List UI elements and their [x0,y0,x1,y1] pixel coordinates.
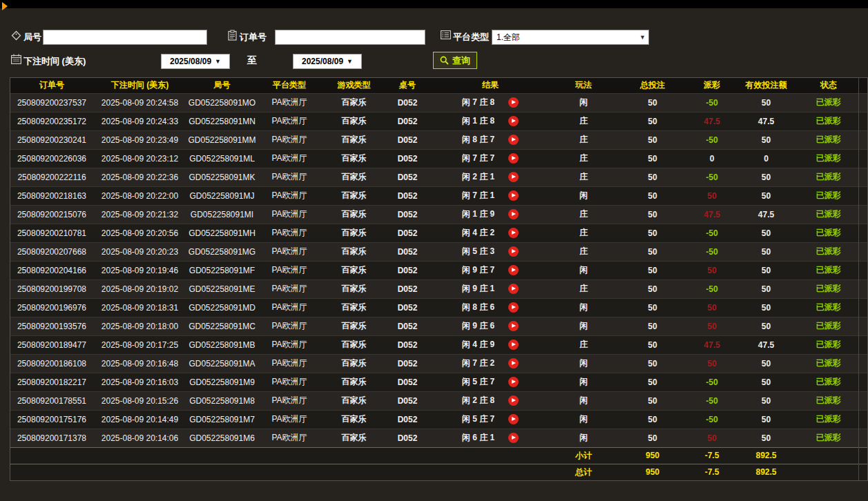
play-video-button[interactable] [508,228,519,238]
cell-clipped [858,186,868,205]
play-video-button[interactable] [508,395,519,406]
play-video-button[interactable] [508,302,519,313]
grand-total-row: 总计950-7.5892.5 [10,464,868,480]
chevron-down-icon: ▼ [347,58,353,65]
cell-status: 已派彩 [799,373,858,391]
play-video-button[interactable] [508,284,519,294]
cell-result: 闲 8 庄 7 [428,130,552,149]
play-video-button[interactable] [508,116,519,126]
cell-result: 闲 1 庄 9 [428,205,552,224]
result-text: 闲 1 庄 8 [462,115,494,127]
result-text: 闲 7 庄 8 [462,97,494,108]
cell-status: 已派彩 [799,335,858,354]
cell-total_bet: 50 [615,391,691,410]
subtotal-row-order_id [10,447,93,464]
cell-clipped [858,112,868,130]
play-video-button[interactable] [508,190,519,201]
round-label: 局号 [23,31,41,43]
date-to-picker[interactable]: 2025/08/09 ▼ [293,54,362,69]
cell-order_id: 250809200189477 [10,335,93,354]
result-text: 闲 5 庄 3 [462,246,494,257]
play-video-button[interactable] [508,377,519,387]
cell-platform: PA欧洲厅 [258,317,321,335]
play-video-button[interactable] [508,265,519,275]
table-row: 2508092002221162025-08-09 20:22:36GD0522… [10,168,868,186]
cell-status: 已派彩 [799,186,858,205]
cell-round: GD052258091M9 [186,373,258,391]
cell-game: 百家乐 [321,354,387,373]
cell-round: GD052258091M8 [186,391,258,410]
cell-platform: PA欧洲厅 [258,335,321,354]
cell-platform: PA欧洲厅 [258,168,321,186]
cell-game: 百家乐 [321,298,387,317]
cell-time: 2025-08-09 20:16:48 [93,354,186,373]
cell-status: 已派彩 [799,168,858,186]
cell-game: 百家乐 [321,335,387,354]
cell-total_bet: 50 [615,261,691,279]
play-video-button[interactable] [508,153,519,164]
cell-platform: PA欧洲厅 [258,298,321,317]
play-video-button[interactable] [508,246,519,257]
grand-total-row-result [428,464,552,480]
table-row: 2508092002351722025-08-09 20:24:33GD0522… [10,112,868,130]
play-video-button[interactable] [508,340,519,350]
result-content: 闲 7 庄 2 [428,357,552,369]
cell-table_no: D052 [387,279,428,298]
play-video-button[interactable] [508,321,519,331]
cell-clipped [858,429,868,447]
grand-total-row-play: 总计 [552,464,615,480]
result-content: 闲 1 庄 8 [428,115,552,127]
result-content: 闲 6 庄 1 [428,432,552,444]
table-row: 2508092001861082025-08-09 20:16:48GD0522… [10,354,868,373]
cell-order_id: 250809200178551 [10,391,93,410]
play-video-button[interactable] [508,135,519,145]
query-button[interactable]: 查询 [433,52,477,69]
cell-time: 2025-08-09 20:18:31 [93,298,186,317]
cell-time: 2025-08-09 20:20:56 [93,224,186,242]
grand-total-row-total_bet: 950 [615,464,691,480]
cell-status: 已派彩 [799,205,858,224]
result-text: 闲 8 庄 7 [462,134,494,146]
play-video-button[interactable] [508,209,519,219]
order-input[interactable] [275,30,425,45]
cell-valid_bet: 50 [733,279,799,298]
date-from-picker[interactable]: 2025/08/09 ▼ [161,54,230,69]
cell-result: 闲 9 庄 7 [428,261,552,279]
cell-status: 已派彩 [799,429,858,447]
cell-table_no: D052 [387,410,428,429]
cell-time: 2025-08-09 20:23:49 [93,130,186,149]
cell-table_no: D052 [387,298,428,317]
tag-icon [11,30,21,41]
platform-type-select[interactable]: 1.全部 ▼ [492,30,649,45]
play-video-button[interactable] [508,97,519,108]
cell-time: 2025-08-09 20:18:00 [93,317,186,335]
cell-result: 闲 7 庄 8 [428,93,552,112]
result-text: 闲 5 庄 7 [462,376,494,388]
result-content: 闲 5 庄 3 [428,246,552,257]
cell-valid_bet: 50 [733,168,799,186]
cell-valid_bet: 50 [733,130,799,149]
table-row: 2508092002181632025-08-09 20:22:00GD0522… [10,186,868,205]
grand-total-row-time [93,464,186,480]
result-content: 闲 7 庄 1 [428,190,552,202]
cell-round: GD052258091MD [186,298,258,317]
search-icon [440,56,449,65]
cell-round: GD052258091MH [186,224,258,242]
cell-clipped [858,224,868,242]
orders-table: 订单号下注时间 (美东)局号平台类型游戏类型桌号结果玩法总投注派彩有效投注额状态… [10,77,868,481]
play-video-button[interactable] [508,172,519,182]
cell-payout: 47.5 [691,112,733,130]
cell-game: 百家乐 [321,410,387,429]
round-input[interactable] [43,30,207,45]
cell-order_id: 250809200215076 [10,205,93,224]
cell-valid_bet: 50 [733,391,799,410]
play-video-button[interactable] [508,414,519,424]
subtotal-row-result [428,447,552,464]
cell-game: 百家乐 [321,186,387,205]
table-row: 2508092002150762025-08-09 20:21:32GD0522… [10,205,868,224]
cell-platform: PA欧洲厅 [258,354,321,373]
column-header: 派彩 [691,78,733,93]
play-video-button[interactable] [508,358,519,369]
play-video-button[interactable] [508,433,519,443]
cell-time: 2025-08-09 20:21:32 [93,205,186,224]
